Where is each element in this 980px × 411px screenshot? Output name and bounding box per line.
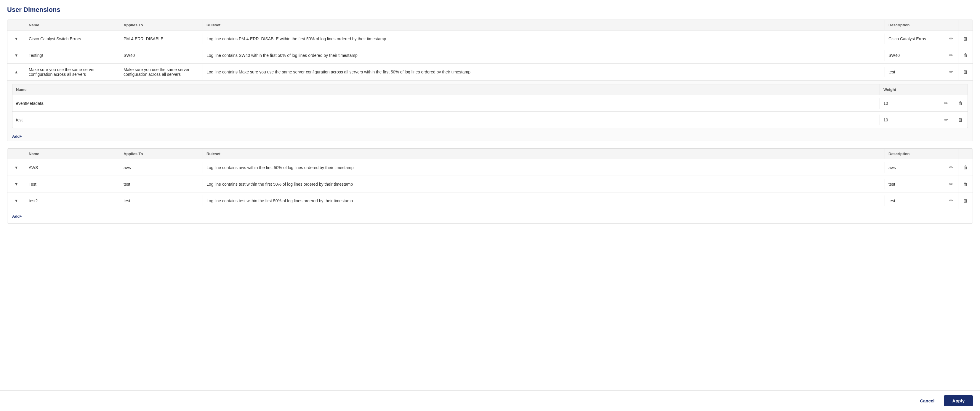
edit-button[interactable]: ✏ — [948, 162, 955, 173]
page-title: User Dimensions — [7, 6, 973, 14]
row-name: Make sure you use the same server config… — [25, 64, 120, 80]
delete-button[interactable]: 🗑 — [962, 34, 969, 44]
delete-button[interactable]: 🗑 — [962, 50, 969, 60]
sub-col-edit — [939, 84, 953, 95]
col-name-1: Name — [25, 20, 120, 30]
delete-cell[interactable]: 🗑 — [958, 64, 973, 80]
col-edit-1 — [944, 20, 958, 30]
row-applies-to: SW40 — [120, 50, 203, 61]
delete-cell[interactable]: 🗑 — [958, 193, 973, 209]
sub-table-header: Name Weight — [13, 84, 967, 95]
expand-button[interactable]: ▾ — [11, 33, 21, 44]
delete-button[interactable]: 🗑 — [962, 67, 969, 77]
edit-cell[interactable]: ✏ — [944, 176, 958, 192]
row-description: SW40 — [885, 50, 944, 61]
expand-button[interactable]: ▾ — [11, 162, 21, 173]
col-name-2: Name — [25, 149, 120, 159]
sub-col-delete — [953, 84, 967, 95]
sub-row-weight: 10 — [880, 114, 939, 125]
sub-delete-button[interactable]: 🗑 — [957, 98, 964, 108]
sub-edit-cell[interactable]: ✏ — [939, 112, 953, 128]
sub-row-weight: 10 — [880, 98, 939, 109]
col-expand-1 — [7, 20, 25, 30]
sub-row-name: test — [13, 114, 880, 125]
sub-row-name: eventMetadata — [13, 98, 880, 109]
section-2-add-row: Add+ — [7, 209, 973, 223]
sub-edit-cell[interactable]: ✏ — [939, 95, 953, 111]
edit-button[interactable]: ✏ — [948, 67, 955, 77]
delete-cell[interactable]: 🗑 — [958, 160, 973, 176]
edit-cell[interactable]: ✏ — [944, 30, 958, 47]
row-name: Test — [25, 179, 120, 189]
expand-button[interactable]: ▾ — [11, 179, 21, 189]
sub-add-link[interactable]: Add+ — [7, 132, 27, 141]
chevron-cell[interactable]: ▾ — [7, 30, 25, 47]
row-name: Cisco Catalyst Switch Errors — [25, 33, 120, 44]
chevron-cell[interactable]: ▾ — [7, 192, 25, 209]
section-2-header: Name Applies To Ruleset Description — [7, 149, 973, 159]
expand-button[interactable]: ▾ — [11, 195, 21, 206]
section-1-table: Name Applies To Ruleset Description ▾ Ci… — [7, 19, 973, 141]
sub-table-section: Name Weight eventMetadata 10 ✏ 🗑 test 10 — [7, 80, 973, 141]
col-edit-2 — [944, 149, 958, 159]
col-expand-2 — [7, 149, 25, 159]
section-2-add-link[interactable]: Add+ — [7, 212, 27, 221]
edit-cell[interactable]: ✏ — [944, 63, 958, 80]
chevron-cell[interactable]: ▾ — [7, 159, 25, 176]
table-row: ▾ test2 test Log line contains test with… — [7, 192, 973, 209]
chevron-cell[interactable]: ▾ — [7, 47, 25, 63]
row-applies-to: Make sure you use the same server config… — [120, 64, 203, 80]
sub-edit-button[interactable]: ✏ — [943, 114, 950, 125]
chevron-cell[interactable]: ▴ — [7, 63, 25, 80]
table-row: ▾ AWS aws Log line contains aws within t… — [7, 159, 973, 176]
edit-button[interactable]: ✏ — [948, 179, 955, 189]
delete-cell[interactable]: 🗑 — [958, 176, 973, 192]
edit-button[interactable]: ✏ — [948, 33, 955, 44]
sub-edit-button[interactable]: ✏ — [943, 98, 950, 108]
delete-button[interactable]: 🗑 — [962, 196, 969, 206]
delete-cell[interactable]: 🗑 — [958, 31, 973, 47]
sub-table: Name Weight eventMetadata 10 ✏ 🗑 test 10 — [12, 84, 968, 128]
edit-cell[interactable]: ✏ — [944, 192, 958, 209]
row-description: Cisco Catalyst Erros — [885, 33, 944, 44]
row-applies-to: test — [120, 179, 203, 189]
sub-table-row: test 10 ✏ 🗑 — [13, 112, 967, 128]
section-1-header: Name Applies To Ruleset Description — [7, 20, 973, 30]
sub-table-row: eventMetadata 10 ✏ 🗑 — [13, 95, 967, 112]
edit-button[interactable]: ✏ — [948, 50, 955, 60]
delete-cell[interactable]: 🗑 — [958, 48, 973, 63]
delete-button[interactable]: 🗑 — [962, 163, 969, 173]
table-row: ▴ Make sure you use the same server conf… — [7, 63, 973, 80]
row-description: test — [885, 195, 944, 206]
row-description: aws — [885, 162, 944, 173]
row-ruleset: Log line contains aws within the first 5… — [203, 162, 885, 173]
row-ruleset: Log line contains PM-4-ERR_DISABLE withi… — [203, 33, 885, 44]
row-applies-to: PM-4-ERR_DISABLE — [120, 33, 203, 44]
edit-cell[interactable]: ✏ — [944, 159, 958, 176]
row-name: AWS — [25, 162, 120, 173]
sub-delete-cell[interactable]: 🗑 — [953, 95, 967, 111]
sub-delete-button[interactable]: 🗑 — [957, 115, 964, 125]
col-ruleset-2: Ruleset — [203, 149, 885, 159]
row-description: test — [885, 179, 944, 189]
expand-button[interactable]: ▾ — [11, 50, 21, 60]
row-name: Testing! — [25, 50, 120, 61]
delete-button[interactable]: 🗑 — [962, 179, 969, 189]
row-ruleset: Log line contains SW40 within the first … — [203, 50, 885, 61]
sub-delete-cell[interactable]: 🗑 — [953, 112, 967, 128]
sub-col-name: Name — [13, 84, 880, 95]
col-applies-2: Applies To — [120, 149, 203, 159]
col-delete-1 — [958, 20, 973, 30]
edit-cell[interactable]: ✏ — [944, 47, 958, 63]
row-applies-to: test — [120, 195, 203, 206]
sub-col-weight: Weight — [880, 84, 939, 95]
expand-button[interactable]: ▴ — [11, 67, 21, 77]
table-row: ▾ Test test Log line contains test withi… — [7, 176, 973, 192]
section-2-table: Name Applies To Ruleset Description ▾ AW… — [7, 148, 973, 224]
table-row: ▾ Testing! SW40 Log line contains SW40 w… — [7, 47, 973, 63]
edit-button[interactable]: ✏ — [948, 195, 955, 206]
col-desc-2: Description — [885, 149, 944, 159]
row-applies-to: aws — [120, 162, 203, 173]
chevron-cell[interactable]: ▾ — [7, 176, 25, 192]
row-description: test — [885, 67, 944, 77]
